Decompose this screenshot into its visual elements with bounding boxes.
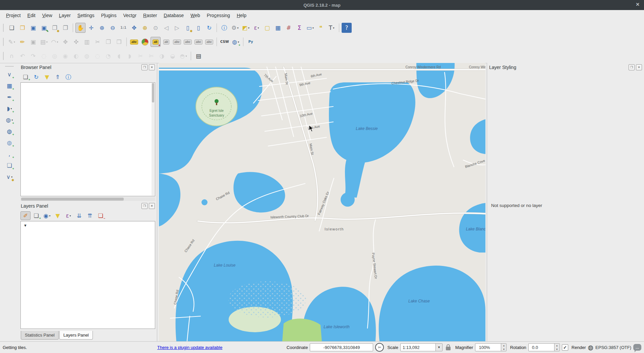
new-bookmark-button[interactable]: ▯✱ <box>183 23 193 33</box>
browser-vertical-scrollbar[interactable] <box>152 83 155 196</box>
float-panel-icon[interactable]: ❐ <box>141 64 148 70</box>
add-delimited-text-layer-button[interactable]: ,+ <box>4 149 14 159</box>
composer-manager-button[interactable]: ❐ <box>60 23 70 33</box>
crs-globe-icon[interactable]: ◍ <box>588 344 593 351</box>
zoom-last-button[interactable]: ◁ <box>161 23 171 33</box>
measure-button[interactable]: ▭▾ <box>305 23 315 33</box>
collapse-all-layers-button[interactable]: ⇈ <box>85 211 95 220</box>
refresh-map-button[interactable]: ↻ <box>204 23 214 33</box>
zoom-to-selection-button[interactable]: ⊙ <box>151 23 161 33</box>
browser-tree[interactable] <box>20 82 155 196</box>
layer-tree[interactable]: ▼ <box>20 221 155 329</box>
show-hide-labels-button[interactable]: abc <box>172 37 182 47</box>
select-features-button[interactable]: ◩▾ <box>241 23 251 33</box>
save-project-button[interactable]: ▣ <box>28 23 38 33</box>
pan-map-button[interactable]: ✋ <box>75 23 85 33</box>
enable-properties-widget-button[interactable]: ⓘ <box>63 73 73 81</box>
open-layer-styling-dock-button[interactable]: ✐ <box>20 211 31 220</box>
chevron-down-icon[interactable]: ▾ <box>11 175 12 179</box>
spinner-arrows[interactable]: ▲▼ <box>554 344 560 351</box>
menu-edit[interactable]: Edit <box>24 11 39 20</box>
scrollbar-thumb[interactable] <box>152 83 154 102</box>
help-button[interactable]: ? <box>342 23 352 33</box>
zoom-native-button[interactable]: 1:1 <box>118 23 128 33</box>
chevron-down-icon[interactable]: ▾ <box>312 26 314 29</box>
highlight-pinned-labels-button[interactable]: ab <box>161 37 171 47</box>
plugin-update-link[interactable]: There is a plugin update available <box>157 345 222 350</box>
map-canvas[interactable]: Lake BessieLake LouiseLake ChaseLake Isl… <box>159 63 485 342</box>
chevron-down-icon[interactable]: ▾ <box>185 55 187 58</box>
scale-combobox[interactable]: 1:13,092 ▼ <box>400 343 443 351</box>
zoom-in-button[interactable]: ⊕ <box>97 23 107 33</box>
menu-settings[interactable]: Settings <box>74 11 98 20</box>
menu-view[interactable]: View <box>39 11 56 20</box>
open-project-button[interactable]: ❒ <box>17 23 27 33</box>
new-project-button[interactable]: ❑ <box>7 23 17 33</box>
chevron-down-icon[interactable]: ▾ <box>57 41 58 44</box>
chevron-down-icon[interactable]: ▾ <box>46 41 48 44</box>
close-panel-icon[interactable]: ✕ <box>149 64 155 70</box>
filter-browser-button[interactable]: ▼ <box>42 73 52 81</box>
add-vector-layer-button[interactable]: ∨+ <box>4 69 14 79</box>
text-annotation-button[interactable]: T▾ <box>327 23 337 33</box>
field-calculator-button[interactable]: # <box>284 23 294 33</box>
map-tips-button[interactable]: ❝ <box>316 23 326 33</box>
scrollbar-thumb[interactable] <box>21 198 124 201</box>
change-label-button[interactable]: abc <box>204 37 214 47</box>
menu-plugins[interactable]: Plugins <box>98 11 120 20</box>
add-selected-layers-button[interactable]: ❏+ <box>20 73 31 81</box>
chevron-down-icon[interactable]: ▾ <box>10 107 12 110</box>
menu-processing[interactable]: Processing <box>203 11 233 20</box>
new-print-composer-button[interactable]: ❐✱ <box>50 23 60 33</box>
spinner-arrows[interactable]: ▲▼ <box>501 344 506 351</box>
messages-bubble-icon[interactable]: … <box>633 344 641 351</box>
float-panel-icon[interactable]: ❐ <box>141 203 148 209</box>
zoom-next-button[interactable]: ▷ <box>172 23 182 33</box>
toggle-editing-button[interactable]: ✏ <box>17 37 27 47</box>
collapse-all-button[interactable]: ⇑ <box>53 73 63 81</box>
chevron-down-icon[interactable]: ▾ <box>238 41 239 44</box>
filter-legend-by-expression-button[interactable]: ε▾ <box>63 211 73 220</box>
chevron-down-icon[interactable]: ▼ <box>435 344 442 351</box>
rotate-label-button[interactable]: abc <box>193 37 203 47</box>
new-shapefile-layer-button[interactable]: ❏+ <box>4 160 14 170</box>
csw-metasearch-button[interactable]: CSW <box>219 37 230 47</box>
chevron-down-icon[interactable]: ▾ <box>258 26 259 29</box>
add-group-button[interactable]: ❏+ <box>31 211 41 220</box>
close-panel-icon[interactable]: ✕ <box>149 203 155 209</box>
menu-layer[interactable]: Layer <box>56 11 74 20</box>
toolbar-grip[interactable] <box>3 24 5 32</box>
select-by-expression-button[interactable]: ε▾ <box>251 23 261 33</box>
magnifier-spinbox[interactable]: 100% ▲▼ <box>475 343 507 351</box>
tab-layers-panel[interactable]: Layers Panel <box>59 331 93 340</box>
layer-diagram-options-button[interactable] <box>140 37 150 47</box>
chevron-down-icon[interactable]: ▾ <box>49 214 50 217</box>
python-console-button[interactable]: Py <box>246 37 256 47</box>
chevron-down-icon[interactable]: ▾ <box>248 26 249 29</box>
lock-scale-icon[interactable] <box>446 347 451 350</box>
toolbar-grip[interactable] <box>3 52 5 60</box>
tab-statistics-panel[interactable]: Statistics Panel <box>21 331 59 340</box>
rotation-spinbox[interactable]: 0.0 ▲▼ <box>528 343 560 351</box>
chevron-down-icon[interactable]: ▾ <box>70 214 71 217</box>
chevron-down-icon[interactable]: ▾ <box>237 26 239 29</box>
render-checkbox[interactable]: ✓ <box>562 344 568 351</box>
chevron-down-icon[interactable]: ▾ <box>11 119 13 122</box>
toolbar-grip[interactable] <box>3 38 5 46</box>
add-wcs-layer-button[interactable]: ◍+ <box>4 126 14 136</box>
layers-stack-button[interactable]: ▤ <box>193 51 203 61</box>
manage-map-themes-button[interactable]: ◉▾ <box>42 211 52 220</box>
identify-features-button[interactable]: ⓘ <box>219 23 229 33</box>
remove-layer-group-button[interactable]: ❏− <box>96 211 106 220</box>
menu-project[interactable]: Project <box>3 11 24 20</box>
zoom-to-layer-button[interactable]: ⊕ <box>140 23 150 33</box>
menu-database[interactable]: Database <box>160 11 187 20</box>
pin-unpin-labels-button[interactable]: ab● <box>151 37 161 47</box>
chevron-down-icon[interactable]: ▾ <box>333 26 334 29</box>
browser-horizontal-scrollbar[interactable] <box>20 197 155 201</box>
filter-legend-button[interactable]: ▼ <box>53 211 63 220</box>
menu-vector[interactable]: Vector <box>120 11 140 20</box>
coordinate-input[interactable]: -9076678,3310849 <box>310 343 373 351</box>
layer-labeling-options-button[interactable]: abc <box>129 37 139 47</box>
add-postgis-layer-button[interactable]: ◗+▾ <box>4 103 14 114</box>
